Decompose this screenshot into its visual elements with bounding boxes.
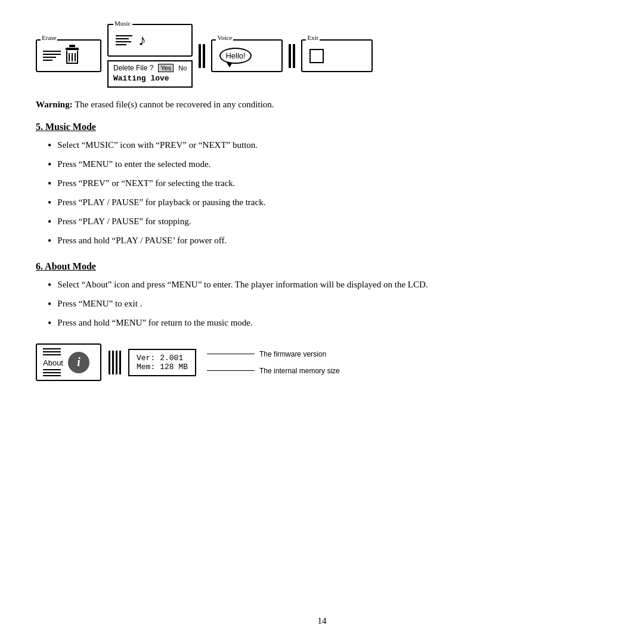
memory-annotation: The internal memory size bbox=[207, 367, 340, 375]
about-lcd-box: About i bbox=[36, 343, 101, 381]
list-item: Press “MENU” to enter the selected mode. bbox=[48, 157, 608, 173]
firmware-annotation: The firmware version bbox=[207, 350, 340, 358]
firmware-ver-label: Ver: bbox=[137, 354, 155, 363]
separator-about bbox=[109, 346, 121, 379]
delete-popup: Delete File ? Yes No Waiting love bbox=[107, 60, 193, 88]
list-item: Press and hold “MENU” for return to the … bbox=[48, 316, 608, 332]
about-mode-heading: 6. About Mode bbox=[36, 261, 608, 272]
info-icon: i bbox=[68, 352, 89, 373]
waiting-love-text: Waiting love bbox=[113, 74, 187, 83]
separator-2 bbox=[289, 39, 295, 72]
warning-section: Warning: The erased file(s) cannot be re… bbox=[36, 100, 608, 110]
about-text: About bbox=[43, 358, 63, 367]
diagram-row: Erase bbox=[36, 24, 608, 88]
music-mode-heading: 5. Music Mode bbox=[36, 122, 608, 132]
music-mode-section: 5. Music Mode Select “MUSIC” icon with “… bbox=[36, 122, 608, 249]
voice-label: Voice bbox=[216, 34, 233, 41]
about-diagram: About i Ver: 2.001 bbox=[36, 343, 608, 381]
list-item: Press “PLAY / PAUSE” for stopping. bbox=[48, 215, 608, 230]
list-item: Press “MENU” to exit . bbox=[48, 297, 608, 312]
list-item: Press “PLAY / PAUSE” for playback or pau… bbox=[48, 196, 608, 211]
memory-label: Mem: bbox=[137, 363, 155, 371]
erase-mode-box: Erase bbox=[36, 39, 101, 72]
no-button[interactable]: No bbox=[178, 64, 187, 72]
square-icon bbox=[309, 49, 324, 63]
firmware-ver-row: Ver: 2.001 bbox=[137, 354, 188, 363]
yes-button[interactable]: Yes bbox=[158, 64, 174, 72]
exit-mode-box: Exit bbox=[301, 39, 373, 72]
music-note-icon: ♪ bbox=[138, 31, 146, 49]
music-lines-icon bbox=[116, 35, 132, 45]
music-section: Music ♪ Delete File ? Yes No Waiting bbox=[107, 24, 193, 88]
firmware-info-box: Ver: 2.001 Mem: 128 MB bbox=[128, 349, 196, 376]
about-mode-list: Select “About” icon and press “MENU” to … bbox=[48, 278, 608, 332]
separator-1 bbox=[199, 39, 205, 72]
list-item: Press “PREV” or “NEXT” for selecting the… bbox=[48, 177, 608, 192]
warning-bold: Warning: bbox=[36, 100, 73, 109]
warning-text: The erased file(s) cannot be recovered i… bbox=[73, 100, 274, 109]
memory-row: Mem: 128 MB bbox=[137, 363, 188, 371]
trash-icon bbox=[66, 48, 79, 64]
annotations: The firmware version The internal memory… bbox=[207, 346, 340, 379]
music-label: Music bbox=[113, 20, 132, 27]
memory-value: 128 MB bbox=[160, 363, 188, 371]
about-lines: About bbox=[43, 348, 63, 376]
list-item: Select “About” icon and press “MENU” to … bbox=[48, 278, 608, 293]
delete-prompt: Delete File ? bbox=[113, 64, 153, 72]
music-mode-list: Select “MUSIC” icon with “PREV” or “NEXT… bbox=[48, 138, 608, 249]
exit-label: Exit bbox=[306, 34, 319, 41]
about-mode-section: 6. About Mode Select “About” icon and pr… bbox=[36, 261, 608, 381]
lines-icon bbox=[43, 51, 61, 61]
music-mode-box: Music ♪ bbox=[107, 24, 193, 57]
list-item: Press and hold “PLAY / PAUSE’ for power … bbox=[48, 234, 608, 249]
voice-mode-box: Voice Hello! bbox=[211, 39, 283, 72]
list-item: Select “MUSIC” icon with “PREV” or “NEXT… bbox=[48, 138, 608, 154]
page-number: 14 bbox=[318, 616, 327, 626]
firmware-ver-value: 2.001 bbox=[160, 354, 183, 363]
erase-label: Erase bbox=[41, 34, 57, 41]
hello-bubble: Hello! bbox=[219, 48, 251, 64]
